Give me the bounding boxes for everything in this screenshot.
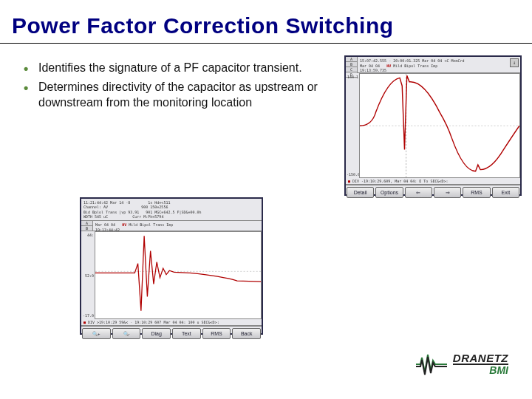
channel-c: C: [346, 67, 357, 72]
diag-button[interactable]: Diag: [142, 328, 171, 339]
hv-desc: Mild Bipol Trans Imp: [393, 64, 437, 68]
bullet-item: Identifies the signature of a PF capacit…: [22, 60, 340, 76]
brand-logo: DRANETZ BMI: [415, 352, 508, 375]
oscilloscope-screenshot-1: A B C D 15:07:42.555 - 20:00:01.325 Mar …: [344, 55, 522, 196]
chart-caption: ■ DIV >19:10:29 59&< - 19:10:29 607 Mar …: [81, 319, 262, 326]
exit-button[interactable]: Exit: [492, 187, 519, 198]
bullet-list: Identifies the signature of a PF capacit…: [22, 55, 340, 196]
next-button[interactable]: ⇒: [434, 187, 461, 198]
channel-a: A: [346, 57, 357, 62]
bullet-item: Determines directivity of the capacitor …: [22, 79, 340, 111]
content-row: Identifies the signature of a PF capacit…: [0, 44, 532, 196]
channel-gutter: A B C D: [346, 57, 358, 73]
detail-button[interactable]: Detail: [347, 187, 374, 198]
y-tick: -17.0: [82, 313, 94, 318]
y-tick: -150.0: [347, 172, 358, 177]
hv-desc: Mild Bipol Trans Imp: [129, 222, 173, 227]
y-axis: 44: 52:0 -17.0: [81, 231, 95, 319]
header-line: 19:13:59.735: [360, 68, 386, 72]
channel-gutter: A B: [81, 221, 93, 231]
legend-dot: ■: [348, 179, 350, 183]
prev-button[interactable]: ⇐: [405, 187, 432, 198]
chart-header-top: 11:21:44:42 Mar 14 -8 1s Hd=<511 Channel…: [81, 199, 262, 221]
caption-text: DIV -19:10:29.609, Mar 04 04: E To SEC&<…: [352, 179, 448, 183]
chart-header: 15:07:42.555 - 20:00:01.325 Mar 04 04 <C…: [358, 57, 520, 73]
channel-b: B: [346, 62, 357, 67]
channel-a: A: [81, 221, 92, 226]
back-button[interactable]: Back: [232, 328, 261, 339]
hdr: 1s Hd=<511: [148, 200, 170, 205]
hdr: Channel: AV: [83, 205, 108, 209]
legend-dot: ■: [83, 320, 86, 324]
zoom-out-button[interactable]: 🔍-: [112, 328, 141, 339]
waveform-plot: [95, 231, 262, 319]
hv-label: HV: [386, 64, 391, 68]
button-bar: Detail Options ⇐ ⇒ RMS Exit: [346, 185, 520, 200]
y-axis: 144.1 -150.0: [346, 73, 359, 178]
logo-brand: DRANETZ: [453, 352, 508, 365]
caption-text: DIV >19:10:29 59&< - 19:10:29 607 Mar 04…: [88, 320, 219, 324]
y-tick: 52:0: [82, 273, 94, 278]
chart-header-2: Mar 04 04 HV Mild Bipol Trans Imp 19:13:…: [93, 221, 262, 231]
logo-text: DRANETZ BMI: [453, 352, 508, 375]
header-line: Mar 04 04: [95, 222, 115, 227]
header-line: Mar 04 04: [360, 64, 380, 68]
y-tick: 144.1: [347, 75, 358, 79]
slide-title: Power Factor Correction Switching: [0, 0, 532, 44]
hdr: Curr M:Ph=5794: [132, 214, 163, 219]
hv-label: HV: [122, 222, 126, 227]
button-bar: 🔍+ 🔍- Diag Text RMS Back: [81, 326, 262, 341]
hdr: WDTH 545 uC: [83, 214, 108, 219]
hdr: 11:21:44:42 Mar 14 -8: [83, 200, 130, 205]
hdr: Bid Bplol Trans |vp 93.91: [83, 210, 139, 214]
rms-button[interactable]: RMS: [463, 187, 490, 198]
y-tick: 44:: [82, 233, 94, 237]
logo-mark-icon: [415, 353, 449, 375]
waveform-plot: [359, 73, 520, 178]
rms-button[interactable]: RMS: [202, 328, 231, 339]
logo-sub: BMI: [453, 365, 508, 375]
hdr: 900 150=2556: [141, 205, 168, 209]
chart-caption: ■ DIV -19:10:29.609, Mar 04 04: E To SEC…: [346, 178, 520, 185]
options-button[interactable]: Options: [375, 187, 403, 198]
zoom-in-button[interactable]: 🔍+: [82, 328, 111, 339]
dropdown-arrow-icon[interactable]: ↓: [510, 58, 519, 67]
oscilloscope-screenshot-2: 11:21:44:42 Mar 14 -8 1s Hd=<511 Channel…: [80, 197, 263, 335]
channel-b: B: [81, 226, 92, 231]
text-button[interactable]: Text: [172, 328, 201, 339]
hdr: 901 MGC=642.5 F|SD&=00.0h: [146, 210, 201, 214]
